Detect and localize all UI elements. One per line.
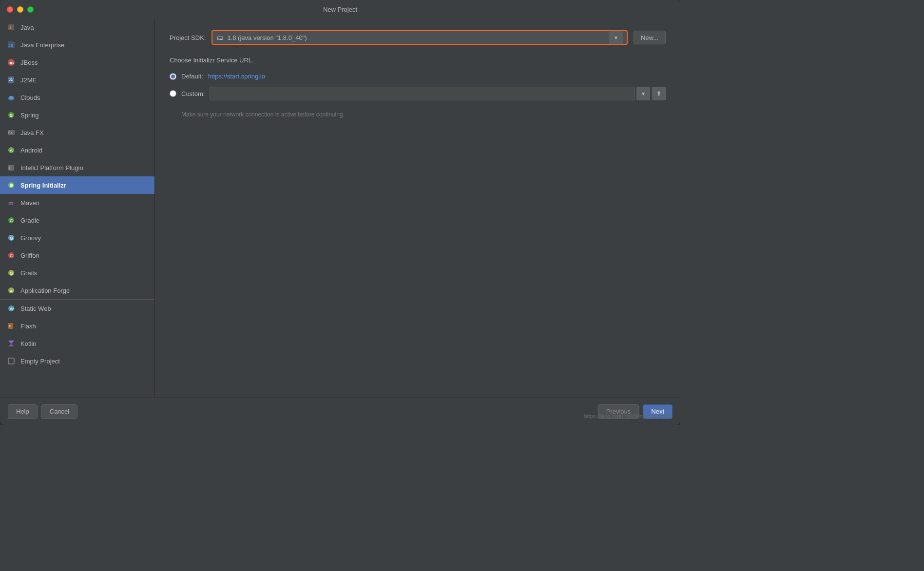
default-url-link[interactable]: https://start.spring.io <box>208 73 265 80</box>
traffic-lights <box>7 6 34 13</box>
grails-label: Grails <box>20 269 37 277</box>
svg-text:G: G <box>10 218 13 223</box>
sidebar-item-intellij-plugin[interactable]: IIntelliJ Platform Plugin <box>0 159 154 176</box>
javafx-icon: FX <box>7 128 16 137</box>
android-label: Android <box>20 147 42 154</box>
sidebar-item-j2me[interactable]: J2J2ME <box>0 71 154 89</box>
sidebar-item-groovy[interactable]: GGroovy <box>0 229 154 247</box>
maven-label: Maven <box>20 199 39 207</box>
intellij-plugin-icon: I <box>7 163 16 172</box>
empty-project-label: Empty Project <box>20 358 60 365</box>
custom-url-wrapper: ▼ ⬆ <box>210 87 666 100</box>
sdk-row: Project SDK: 🗂 1.8 (java version "1.8.0_… <box>170 30 666 45</box>
svg-text:FX: FX <box>8 131 13 134</box>
sidebar-item-griffon[interactable]: GGriffon <box>0 247 154 264</box>
sdk-dropdown-wrapper: 🗂 1.8 (java version "1.8.0_40") ▼ <box>212 30 627 45</box>
svg-text:I: I <box>9 166 10 171</box>
sidebar-item-static-web[interactable]: WStatic Web <box>0 300 154 317</box>
cancel-button[interactable]: Cancel <box>41 404 77 419</box>
java-enterprise-icon: JE <box>7 40 16 49</box>
choose-service-label: Choose Initializr Service URL. <box>170 57 666 64</box>
default-label: Default: <box>181 73 203 80</box>
sdk-label: Project SDK: <box>170 34 206 41</box>
griffon-icon: G <box>7 251 16 260</box>
svg-text:S: S <box>10 113 13 118</box>
svg-text:A: A <box>10 148 13 153</box>
clouds-label: Clouds <box>20 94 40 101</box>
default-radio-row: Default: https://start.spring.io <box>170 73 666 80</box>
flash-icon: F <box>7 322 16 330</box>
sidebar-item-java[interactable]: JJava <box>0 19 154 36</box>
grails-icon: G <box>7 268 16 277</box>
svg-rect-38 <box>8 358 14 364</box>
custom-url-input[interactable] <box>210 87 635 100</box>
svg-marker-37 <box>8 344 14 346</box>
sidebar-item-jboss[interactable]: JBJBoss <box>0 54 154 71</box>
custom-radio[interactable] <box>170 90 176 97</box>
sidebar-item-spring-initializr[interactable]: ⚙Spring Initializr <box>0 176 154 194</box>
maximize-button[interactable] <box>27 6 34 13</box>
sidebar-item-kotlin[interactable]: Kotlin <box>0 335 154 352</box>
sidebar-item-javafx[interactable]: FXJava FX <box>0 124 154 141</box>
sidebar-item-spring[interactable]: SSpring <box>0 106 154 124</box>
sdk-value: 1.8 (java version "1.8.0_40") <box>227 34 605 41</box>
j2me-label: J2ME <box>20 76 37 84</box>
svg-text:JB: JB <box>9 61 14 65</box>
sidebar-item-android[interactable]: AAndroid <box>0 141 154 159</box>
sidebar-item-gradle[interactable]: GGradle <box>0 211 154 229</box>
svg-text:W: W <box>10 306 14 311</box>
sidebar: JJavaJEJava EnterpriseJBJBossJ2J2MECloud… <box>0 19 155 398</box>
groovy-label: Groovy <box>20 234 41 242</box>
kotlin-label: Kotlin <box>20 340 37 347</box>
svg-text:J: J <box>9 25 11 30</box>
bottom-bar: Help Cancel Previous Next <box>0 398 680 425</box>
svg-text:J2: J2 <box>9 78 13 81</box>
clouds-icon <box>7 93 16 102</box>
kotlin-icon <box>7 339 16 348</box>
custom-radio-row: Custom: ▼ ⬆ <box>170 87 666 100</box>
spring-icon: S <box>7 111 16 119</box>
content-area: JJavaJEJava EnterpriseJBJBossJ2J2MECloud… <box>0 19 680 398</box>
sidebar-item-application-forge[interactable]: AFApplication Forge <box>0 282 154 299</box>
network-hint: Make sure your network connection is act… <box>181 111 666 118</box>
window-title: New Project <box>323 6 357 13</box>
sidebar-item-maven[interactable]: mMaven <box>0 194 154 211</box>
main-panel: Project SDK: 🗂 1.8 (java version "1.8.0_… <box>155 19 680 398</box>
intellij-plugin-label: IntelliJ Platform Plugin <box>20 164 83 171</box>
groovy-icon: G <box>7 233 16 242</box>
j2me-icon: J2 <box>7 76 16 84</box>
sidebar-item-java-enterprise[interactable]: JEJava Enterprise <box>0 36 154 54</box>
bottom-left-buttons: Help Cancel <box>8 404 77 419</box>
watermark: https://blog.csdn.net/Winter_chen001 <box>584 413 673 419</box>
jboss-icon: JB <box>7 58 16 67</box>
application-forge-icon: AF <box>7 286 16 295</box>
sidebar-item-empty-project[interactable]: Empty Project <box>0 352 154 370</box>
svg-text:F: F <box>9 324 11 328</box>
svg-text:⚙: ⚙ <box>9 183 13 188</box>
custom-url-dropdown-icon[interactable]: ▼ <box>636 87 650 100</box>
svg-text:G: G <box>10 236 13 241</box>
close-button[interactable] <box>7 6 13 13</box>
maven-icon: m <box>7 198 16 207</box>
jboss-label: JBoss <box>20 59 38 66</box>
custom-url-action-icon[interactable]: ⬆ <box>652 87 666 100</box>
svg-text:AF: AF <box>10 289 15 293</box>
sidebar-item-flash[interactable]: FFlash <box>0 317 154 335</box>
svg-text:m: m <box>8 200 14 207</box>
svg-text:JE: JE <box>8 43 13 48</box>
static-web-icon: W <box>7 304 16 313</box>
sidebar-item-clouds[interactable]: Clouds <box>0 89 154 106</box>
application-forge-label: Application Forge <box>20 287 70 294</box>
minimize-button[interactable] <box>17 6 23 13</box>
java-label: Java <box>20 24 34 31</box>
title-bar: New Project <box>0 0 680 19</box>
help-button[interactable]: Help <box>8 404 38 419</box>
sdk-selector[interactable]: 🗂 1.8 (java version "1.8.0_40") ▼ <box>212 30 627 45</box>
sdk-dropdown-arrow-icon[interactable]: ▼ <box>609 31 623 44</box>
svg-text:G: G <box>10 253 13 258</box>
default-radio[interactable] <box>170 73 176 80</box>
sidebar-item-grails[interactable]: GGrails <box>0 264 154 282</box>
new-sdk-button[interactable]: New... <box>634 31 666 44</box>
java-enterprise-label: Java Enterprise <box>20 41 64 49</box>
svg-text:G: G <box>10 271 13 276</box>
